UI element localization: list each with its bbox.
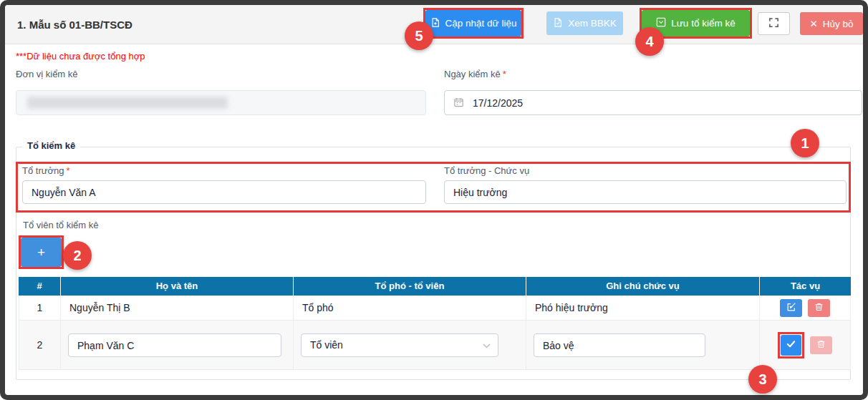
unit-label: Đơn vị kiểm kê xyxy=(16,69,78,79)
header-role: Tổ phó - tổ viên xyxy=(294,277,526,296)
add-member-button[interactable]: + xyxy=(21,238,62,267)
table-row-editing: 2 Tổ viên xyxy=(19,321,851,370)
annotation-box-update: Cập nhật dữ liệu xyxy=(423,8,524,39)
calendar-icon xyxy=(453,97,464,109)
leader-title-input[interactable] xyxy=(444,180,847,204)
annotation-box-add: + xyxy=(19,235,64,269)
member-role-value: Tổ viên xyxy=(310,339,343,351)
annotation-step-1: 1 xyxy=(791,129,819,157)
update-data-button[interactable]: Cập nhật dữ liệu xyxy=(425,10,521,36)
close-icon: ✕ xyxy=(809,18,817,29)
cancel-label: Hủy bỏ xyxy=(823,19,854,29)
fullscreen-button[interactable] xyxy=(758,12,790,35)
annotation-box-confirm xyxy=(778,332,804,358)
edit-member-button[interactable] xyxy=(780,299,802,317)
annotation-step-3: 3 xyxy=(748,365,777,394)
leader-label: Tổ trưởng* xyxy=(22,165,69,176)
header-actions: Tác vụ xyxy=(760,277,851,296)
plus-icon: + xyxy=(37,245,45,260)
table-header-row: # Họ và tên Tổ phó - tổ viên Ghi chú chứ… xyxy=(19,277,851,296)
row-name: Nguyễn Thị B xyxy=(61,296,294,321)
leader-title-label: Tổ trưởng - Chức vụ xyxy=(444,165,529,176)
row-actions xyxy=(760,296,851,321)
save-icon xyxy=(656,17,666,29)
pencil-square-icon xyxy=(786,302,796,314)
team-group-legend: Tổ kiểm kê xyxy=(22,140,80,151)
document-check-icon xyxy=(553,17,563,30)
document-plus-icon xyxy=(430,17,440,30)
annotation-step-4: 4 xyxy=(635,27,664,56)
annotation-step-5: 5 xyxy=(405,21,433,50)
member-name-input[interactable] xyxy=(68,333,281,357)
members-section-label: Tổ viên tổ kiểm kê xyxy=(23,220,99,230)
delete-member-button[interactable] xyxy=(808,299,830,317)
page-title: 1. Mẫu số 01-BB/TSCĐ xyxy=(17,5,132,44)
annotation-step-2: 2 xyxy=(63,241,92,270)
screenshot-frame: 1. Mẫu số 01-BB/TSCĐ Cập nhật dữ liệu Xe… xyxy=(0,0,868,400)
table-row: 1 Nguyễn Thị B Tổ phó Phó hiệu trưởng xyxy=(19,296,851,321)
inventory-date-value: 17/12/2025 xyxy=(473,97,523,109)
save-team-label: Lưu tổ kiểm kê xyxy=(671,18,735,29)
delete-member-button-disabled[interactable] xyxy=(810,336,832,354)
required-asterisk: * xyxy=(66,165,69,176)
leader-name-input[interactable] xyxy=(22,180,426,204)
header-name: Họ và tên xyxy=(61,277,294,296)
row-note: Phó hiệu trưởng xyxy=(526,296,760,321)
members-table: # Họ và tên Tổ phó - tổ viên Ghi chú chứ… xyxy=(19,277,851,370)
check-icon xyxy=(786,338,796,351)
required-asterisk: * xyxy=(503,69,506,79)
inventory-date-input[interactable]: 17/12/2025 xyxy=(444,90,862,115)
header-index: # xyxy=(19,277,61,296)
row-actions xyxy=(760,321,851,370)
row-index: 1 xyxy=(19,296,61,321)
confirm-member-button[interactable] xyxy=(781,335,801,356)
header-note: Ghi chú chức vụ xyxy=(526,277,760,296)
trash-icon xyxy=(816,339,826,351)
update-data-label: Cập nhật dữ liệu xyxy=(445,18,517,29)
redacted-unit-value xyxy=(27,97,228,109)
view-bbkk-label: Xem BBKK xyxy=(568,18,617,29)
member-note-input[interactable] xyxy=(534,333,705,357)
member-role-select[interactable]: Tổ viên xyxy=(301,333,498,357)
inventory-date-label: Ngày kiểm kê* xyxy=(444,69,506,79)
trash-icon xyxy=(814,302,824,314)
card-header: 1. Mẫu số 01-BB/TSCĐ Cập nhật dữ liệu Xe… xyxy=(5,5,863,44)
cancel-button[interactable]: ✕ Hủy bỏ xyxy=(800,12,863,35)
expand-icon xyxy=(768,17,779,30)
view-bbkk-button[interactable]: Xem BBKK xyxy=(546,11,623,35)
not-aggregated-warning: ***Dữ liệu chưa được tổng hợp xyxy=(16,51,145,62)
row-index: 2 xyxy=(19,321,61,370)
row-role: Tổ phó xyxy=(294,296,526,321)
